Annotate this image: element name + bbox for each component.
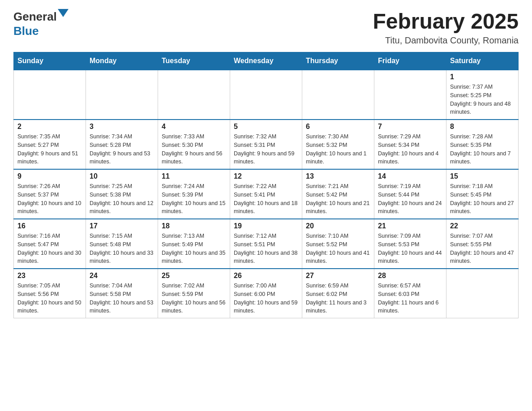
calendar-cell: 5Sunrise: 7:32 AM Sunset: 5:31 PM Daylig…	[230, 120, 302, 169]
page-header: General Blue February 2025 Titu, Dambovi…	[13, 9, 519, 46]
day-number: 21	[378, 222, 442, 230]
calendar-cell	[302, 70, 374, 120]
day-info: Sunrise: 7:30 AM Sunset: 5:32 PM Dayligh…	[306, 133, 370, 166]
day-number: 5	[234, 123, 298, 131]
day-info: Sunrise: 7:21 AM Sunset: 5:42 PM Dayligh…	[306, 182, 370, 216]
calendar-header-saturday: Saturday	[446, 52, 519, 70]
day-info: Sunrise: 7:18 AM Sunset: 5:45 PM Dayligh…	[450, 182, 515, 216]
location-text: Titu, Dambovita County, Romania	[373, 35, 519, 46]
day-number: 19	[234, 222, 298, 230]
day-info: Sunrise: 7:24 AM Sunset: 5:39 PM Dayligh…	[162, 182, 226, 216]
calendar-cell: 4Sunrise: 7:33 AM Sunset: 5:30 PM Daylig…	[158, 120, 230, 169]
calendar-cell: 10Sunrise: 7:25 AM Sunset: 5:38 PM Dayli…	[86, 169, 158, 219]
calendar-cell: 25Sunrise: 7:02 AM Sunset: 5:59 PM Dayli…	[158, 269, 230, 318]
calendar-header-row: SundayMondayTuesdayWednesdayThursdayFrid…	[14, 52, 519, 70]
day-info: Sunrise: 7:12 AM Sunset: 5:51 PM Dayligh…	[234, 232, 298, 265]
day-info: Sunrise: 7:28 AM Sunset: 5:35 PM Dayligh…	[450, 133, 515, 166]
calendar-cell: 15Sunrise: 7:18 AM Sunset: 5:45 PM Dayli…	[446, 169, 519, 219]
title-area: February 2025 Titu, Dambovita County, Ro…	[373, 9, 519, 46]
logo: General Blue	[13, 9, 69, 38]
day-number: 16	[17, 222, 82, 230]
calendar-cell	[230, 70, 302, 120]
calendar-cell: 7Sunrise: 7:29 AM Sunset: 5:34 PM Daylig…	[374, 120, 446, 169]
day-info: Sunrise: 7:33 AM Sunset: 5:30 PM Dayligh…	[162, 133, 226, 166]
calendar-cell	[446, 269, 519, 318]
day-info: Sunrise: 7:07 AM Sunset: 5:55 PM Dayligh…	[450, 232, 515, 265]
logo-blue-text: Blue	[13, 24, 39, 38]
day-number: 1	[450, 73, 515, 81]
day-number: 15	[450, 172, 515, 180]
day-number: 12	[234, 172, 298, 180]
day-info: Sunrise: 7:37 AM Sunset: 5:25 PM Dayligh…	[450, 83, 515, 116]
calendar-header-sunday: Sunday	[14, 52, 86, 70]
day-info: Sunrise: 7:35 AM Sunset: 5:27 PM Dayligh…	[17, 133, 82, 166]
day-info: Sunrise: 7:04 AM Sunset: 5:58 PM Dayligh…	[90, 282, 154, 315]
day-number: 8	[450, 123, 515, 131]
calendar-week-row: 1Sunrise: 7:37 AM Sunset: 5:25 PM Daylig…	[14, 70, 519, 120]
day-number: 10	[90, 172, 154, 180]
calendar-cell: 20Sunrise: 7:10 AM Sunset: 5:52 PM Dayli…	[302, 219, 374, 269]
calendar-cell: 28Sunrise: 6:57 AM Sunset: 6:03 PM Dayli…	[374, 269, 446, 318]
day-info: Sunrise: 7:34 AM Sunset: 5:28 PM Dayligh…	[90, 133, 154, 166]
day-info: Sunrise: 7:16 AM Sunset: 5:47 PM Dayligh…	[17, 232, 82, 265]
calendar-cell: 6Sunrise: 7:30 AM Sunset: 5:32 PM Daylig…	[302, 120, 374, 169]
calendar-cell: 9Sunrise: 7:26 AM Sunset: 5:37 PM Daylig…	[14, 169, 86, 219]
day-number: 17	[90, 222, 154, 230]
day-info: Sunrise: 7:19 AM Sunset: 5:44 PM Dayligh…	[378, 182, 442, 216]
calendar-cell: 26Sunrise: 7:00 AM Sunset: 6:00 PM Dayli…	[230, 269, 302, 318]
svg-marker-0	[58, 9, 69, 17]
day-number: 26	[234, 272, 298, 280]
day-number: 9	[17, 172, 82, 180]
day-number: 4	[162, 123, 226, 131]
day-number: 2	[17, 123, 82, 131]
day-info: Sunrise: 7:25 AM Sunset: 5:38 PM Dayligh…	[90, 182, 154, 216]
day-number: 14	[378, 172, 442, 180]
day-info: Sunrise: 6:57 AM Sunset: 6:03 PM Dayligh…	[378, 282, 442, 315]
day-number: 7	[378, 123, 442, 131]
logo-general-text: General	[13, 10, 57, 24]
calendar-cell: 19Sunrise: 7:12 AM Sunset: 5:51 PM Dayli…	[230, 219, 302, 269]
day-number: 13	[306, 172, 370, 180]
day-number: 3	[90, 123, 154, 131]
day-number: 11	[162, 172, 226, 180]
calendar-cell: 23Sunrise: 7:05 AM Sunset: 5:56 PM Dayli…	[14, 269, 86, 318]
calendar-cell	[374, 70, 446, 120]
day-info: Sunrise: 7:09 AM Sunset: 5:53 PM Dayligh…	[378, 232, 442, 265]
day-number: 22	[450, 222, 515, 230]
calendar-header-monday: Monday	[86, 52, 158, 70]
month-title: February 2025	[373, 9, 519, 34]
logo-triangle-icon	[58, 9, 69, 22]
calendar-cell: 22Sunrise: 7:07 AM Sunset: 5:55 PM Dayli…	[446, 219, 519, 269]
calendar-cell: 16Sunrise: 7:16 AM Sunset: 5:47 PM Dayli…	[14, 219, 86, 269]
calendar-cell: 11Sunrise: 7:24 AM Sunset: 5:39 PM Dayli…	[158, 169, 230, 219]
day-info: Sunrise: 7:22 AM Sunset: 5:41 PM Dayligh…	[234, 182, 298, 216]
day-number: 25	[162, 272, 226, 280]
day-info: Sunrise: 7:15 AM Sunset: 5:48 PM Dayligh…	[90, 232, 154, 265]
day-number: 18	[162, 222, 226, 230]
calendar-week-row: 2Sunrise: 7:35 AM Sunset: 5:27 PM Daylig…	[14, 120, 519, 169]
calendar-cell: 2Sunrise: 7:35 AM Sunset: 5:27 PM Daylig…	[14, 120, 86, 169]
day-info: Sunrise: 7:00 AM Sunset: 6:00 PM Dayligh…	[234, 282, 298, 315]
day-info: Sunrise: 7:05 AM Sunset: 5:56 PM Dayligh…	[17, 282, 82, 315]
day-info: Sunrise: 7:29 AM Sunset: 5:34 PM Dayligh…	[378, 133, 442, 166]
calendar-cell	[14, 70, 86, 120]
calendar-cell: 24Sunrise: 7:04 AM Sunset: 5:58 PM Dayli…	[86, 269, 158, 318]
calendar-week-row: 9Sunrise: 7:26 AM Sunset: 5:37 PM Daylig…	[14, 169, 519, 219]
calendar-cell: 13Sunrise: 7:21 AM Sunset: 5:42 PM Dayli…	[302, 169, 374, 219]
day-number: 6	[306, 123, 370, 131]
day-number: 20	[306, 222, 370, 230]
calendar-cell: 14Sunrise: 7:19 AM Sunset: 5:44 PM Dayli…	[374, 169, 446, 219]
calendar-cell: 27Sunrise: 6:59 AM Sunset: 6:02 PM Dayli…	[302, 269, 374, 318]
calendar-header-wednesday: Wednesday	[230, 52, 302, 70]
calendar-week-row: 23Sunrise: 7:05 AM Sunset: 5:56 PM Dayli…	[14, 269, 519, 318]
calendar-cell: 12Sunrise: 7:22 AM Sunset: 5:41 PM Dayli…	[230, 169, 302, 219]
day-number: 24	[90, 272, 154, 280]
calendar-header-tuesday: Tuesday	[158, 52, 230, 70]
calendar-cell: 3Sunrise: 7:34 AM Sunset: 5:28 PM Daylig…	[86, 120, 158, 169]
calendar-header-friday: Friday	[374, 52, 446, 70]
calendar-cell	[158, 70, 230, 120]
calendar-cell: 8Sunrise: 7:28 AM Sunset: 5:35 PM Daylig…	[446, 120, 519, 169]
calendar-cell: 17Sunrise: 7:15 AM Sunset: 5:48 PM Dayli…	[86, 219, 158, 269]
day-info: Sunrise: 7:32 AM Sunset: 5:31 PM Dayligh…	[234, 133, 298, 166]
day-info: Sunrise: 7:13 AM Sunset: 5:49 PM Dayligh…	[162, 232, 226, 265]
